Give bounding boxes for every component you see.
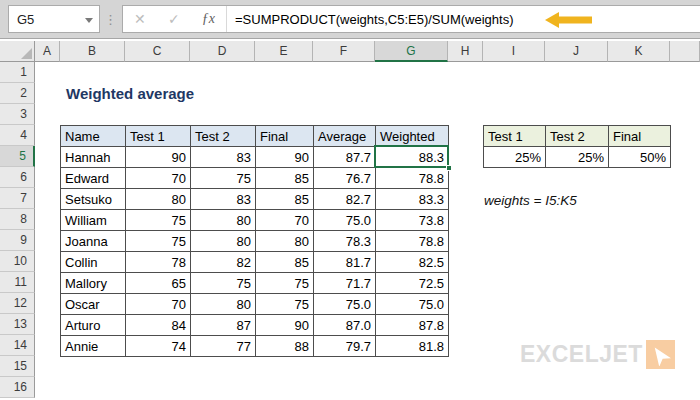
row-header-8[interactable]: 8 xyxy=(0,209,35,230)
scores-cell[interactable]: 75 xyxy=(126,231,191,252)
scores-cell[interactable]: 74 xyxy=(126,336,191,357)
row-header-13[interactable]: 13 xyxy=(0,314,35,335)
column-header-A[interactable]: A xyxy=(35,41,60,62)
weights-cell[interactable]: 50% xyxy=(609,147,671,168)
scores-cell[interactable]: 81.8 xyxy=(376,336,449,357)
chevron-down-icon[interactable] xyxy=(85,18,93,23)
column-header-K[interactable]: K xyxy=(608,41,670,62)
scores-cell[interactable]: 72.5 xyxy=(376,273,449,294)
row-header-14[interactable]: 14 xyxy=(0,335,35,356)
scores-header-cell[interactable]: Test 2 xyxy=(191,126,256,147)
scores-cell[interactable]: 70 xyxy=(126,168,191,189)
column-header-H[interactable]: H xyxy=(448,41,483,62)
scores-header-cell[interactable]: Final xyxy=(256,126,314,147)
scores-cell[interactable]: 87.8 xyxy=(376,315,449,336)
scores-cell[interactable]: 85 xyxy=(256,189,314,210)
scores-cell[interactable]: 81.7 xyxy=(314,252,376,273)
scores-header-cell[interactable]: Name xyxy=(61,126,126,147)
scores-cell[interactable]: 80 xyxy=(256,231,314,252)
row-header-4[interactable]: 4 xyxy=(0,125,35,146)
scores-header-cell[interactable]: Test 1 xyxy=(126,126,191,147)
scores-cell[interactable]: 80 xyxy=(191,294,256,315)
insert-function-icon[interactable]: ƒx xyxy=(202,11,215,27)
selected-cell-outline[interactable] xyxy=(374,145,449,168)
scores-cell[interactable]: Collin xyxy=(61,252,126,273)
row-header-2[interactable]: 2 xyxy=(0,83,35,104)
scores-cell[interactable]: 90 xyxy=(256,315,314,336)
scores-cell[interactable]: Setsuko xyxy=(61,189,126,210)
row-header-11[interactable]: 11 xyxy=(0,272,35,293)
scores-cell[interactable]: Mallory xyxy=(61,273,126,294)
scores-cell[interactable]: 77 xyxy=(191,336,256,357)
scores-cell[interactable]: 90 xyxy=(126,147,191,168)
row-header-7[interactable]: 7 xyxy=(0,188,35,209)
row-header-12[interactable]: 12 xyxy=(0,293,35,314)
scores-cell[interactable]: 75 xyxy=(256,273,314,294)
scores-cell[interactable]: 80 xyxy=(191,210,256,231)
column-header-B[interactable]: B xyxy=(60,41,125,62)
scores-cell[interactable]: 75 xyxy=(126,210,191,231)
scores-cell[interactable]: 87.0 xyxy=(314,315,376,336)
scores-header-cell[interactable]: Average xyxy=(314,126,376,147)
scores-cell[interactable]: Hannah xyxy=(61,147,126,168)
scores-cell[interactable]: Joanna xyxy=(61,231,126,252)
column-header-D[interactable]: D xyxy=(190,41,255,62)
row-header-10[interactable]: 10 xyxy=(0,251,35,272)
scores-cell[interactable]: 84 xyxy=(126,315,191,336)
scores-cell[interactable]: 80 xyxy=(191,231,256,252)
scores-cell[interactable]: 78.3 xyxy=(314,231,376,252)
scores-cell[interactable]: 87.7 xyxy=(314,147,376,168)
weights-cell[interactable]: 25% xyxy=(546,147,609,168)
scores-cell[interactable]: 75.0 xyxy=(314,294,376,315)
scores-cell[interactable]: Edward xyxy=(61,168,126,189)
column-header-C[interactable]: C xyxy=(125,41,190,62)
scores-cell[interactable]: 76.7 xyxy=(314,168,376,189)
scores-cell[interactable]: 85 xyxy=(256,168,314,189)
scores-cell[interactable]: 70 xyxy=(126,294,191,315)
scores-cell[interactable]: Annie xyxy=(61,336,126,357)
row-header-6[interactable]: 6 xyxy=(0,167,35,188)
enter-icon[interactable]: ✓ xyxy=(168,11,180,27)
scores-cell[interactable]: 75.0 xyxy=(376,294,449,315)
scores-cell[interactable]: 88 xyxy=(256,336,314,357)
row-header-9[interactable]: 9 xyxy=(0,230,35,251)
row-header-16[interactable]: 16 xyxy=(0,377,35,398)
scores-cell[interactable]: 70 xyxy=(256,210,314,231)
sheet-title[interactable]: Weighted average xyxy=(66,85,194,102)
weights-cell[interactable]: 25% xyxy=(484,147,546,168)
scores-cell[interactable]: 80 xyxy=(126,189,191,210)
scores-cell[interactable]: 73.8 xyxy=(376,210,449,231)
weights-header-cell[interactable]: Final xyxy=(609,126,671,147)
scores-cell[interactable]: 75 xyxy=(256,294,314,315)
scores-header-cell[interactable]: Weighted xyxy=(376,126,449,147)
weights-note[interactable]: weights = I5:K5 xyxy=(484,193,577,208)
scores-cell[interactable]: 65 xyxy=(126,273,191,294)
fill-handle[interactable] xyxy=(446,165,452,171)
scores-cell[interactable]: 83 xyxy=(191,189,256,210)
scores-cell[interactable]: 82 xyxy=(191,252,256,273)
column-header-F[interactable]: F xyxy=(313,41,375,62)
scores-cell[interactable]: 79.7 xyxy=(314,336,376,357)
scores-cell[interactable]: Oscar xyxy=(61,294,126,315)
cancel-icon[interactable]: ✕ xyxy=(134,11,146,27)
scores-cell[interactable]: 82.5 xyxy=(376,252,449,273)
formula-input[interactable]: =SUMPRODUCT(weights,C5:E5)/SUM(weights) xyxy=(227,12,513,27)
scores-cell[interactable]: 87 xyxy=(191,315,256,336)
scores-cell[interactable]: Arturo xyxy=(61,315,126,336)
scores-cell[interactable]: 75 xyxy=(191,273,256,294)
scores-cell[interactable]: 78.8 xyxy=(376,168,449,189)
name-box[interactable]: G5 xyxy=(8,5,100,33)
scores-cell[interactable]: 85 xyxy=(256,252,314,273)
column-header-J[interactable]: J xyxy=(545,41,608,62)
weights-header-cell[interactable]: Test 2 xyxy=(546,126,609,147)
row-header-5[interactable]: 5 xyxy=(0,146,35,167)
scores-cell[interactable]: 90 xyxy=(256,147,314,168)
column-header-I[interactable]: I xyxy=(483,41,545,62)
scores-cell[interactable]: 75 xyxy=(191,168,256,189)
column-header-G[interactable]: G xyxy=(375,41,448,62)
scores-cell[interactable]: 83 xyxy=(191,147,256,168)
column-header-extra[interactable] xyxy=(670,41,700,62)
scores-cell[interactable]: 75.0 xyxy=(314,210,376,231)
scores-cell[interactable]: 78 xyxy=(126,252,191,273)
row-header-1[interactable]: 1 xyxy=(0,62,35,83)
